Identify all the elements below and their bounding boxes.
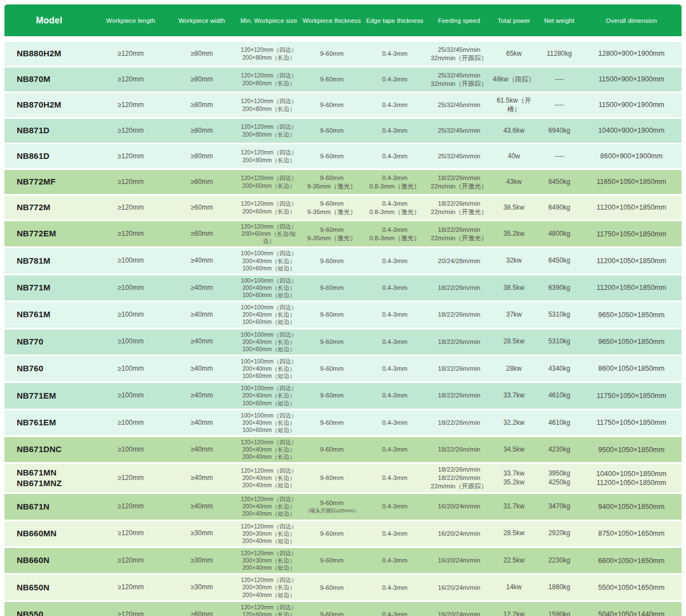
cell-line: 9-60mm [301,499,362,507]
cell-line: 18/22/26m/min [427,365,490,373]
cell-line: 9-60mm [301,530,362,538]
cell-line: 12.2kw [490,610,537,616]
cell-line: 0.4-3mm [362,75,427,84]
cell-min_workpiece_size: 100×100mm（四边）200×40mm（长边）100×60mm（短边） [236,331,302,353]
cell-workpiece_length: ≥120mm [94,529,167,538]
cell-line: 18/22/26m/min [427,200,490,208]
cell-total_power: 28.5kw [490,529,537,538]
cell-overall_dimension: 5040×1050×1440mm [581,610,682,616]
cell-model: NB781M [4,256,94,266]
cell-line: 200×30mm（长边） [236,557,302,564]
cell-line: 9-60mm [301,311,362,319]
cell-feeding_speed: 18/22/26m/min18/22/26m/min22m/min（开跟踪） [427,465,490,491]
cell-line: 9-60mm [301,174,362,182]
cell-workpiece_width: ≥30mm [168,556,236,565]
cell-line: NB660N [17,555,94,566]
cell-line: 0.4-3mm [362,391,427,400]
cell-line: 1860kg [537,583,581,592]
cell-line: ≥120mm [94,75,167,84]
cell-line: 4340kg [537,365,581,374]
cell-edge_tape_thickness: 0.4-3mm0.8-3mm（激光） [362,200,427,216]
cell-workpiece_length: ≥120mm [94,101,167,110]
cell-overall_dimension: 11650×1050×1850mm [581,177,682,186]
cell-line: 0.4-3mm [362,311,427,319]
cell-model: NB770 [4,337,94,347]
cell-model: NB650N [4,583,94,593]
cell-line: NB871D [17,125,94,136]
cell-line: 9-35mm（激光） [301,182,362,191]
cell-net_weight: 6940kg [537,127,581,135]
column-header-min_workpiece_size: Min. Workpiece size [236,17,302,24]
cell-line: NB870H2M [17,100,94,110]
cell-line: 100×100mm（四边） [236,304,302,311]
cell-line: 9500×1050×1850mm [581,445,682,454]
table-row: NB772M≥120mm≥60mm120×120mm（四边）200×60mm（长… [4,196,682,220]
cell-line: NB772EM [17,229,94,239]
cell-workpiece_thickness: 9-60mm [301,311,362,319]
cell-line: NB671MN [17,468,94,478]
cell-workpiece_thickness: 9-60mm [301,610,362,616]
cell-line: ≥40mm [168,419,236,428]
cell-total_power: 38.5kw [490,284,537,293]
cell-line: NB671MNZ [17,478,94,489]
cell-line: 120×120mm（四边） [236,223,302,230]
cell-line: 35.2kw [490,478,537,487]
cell-feeding_speed: 25/32/45m/min32m/min（开跟踪） [427,71,490,88]
cell-line: 200×40mm（短边） [236,564,302,571]
cell-line: 9-60mm [301,584,362,592]
cell-line: 0.4-3mm [362,50,427,58]
cell-net_weight: 4800kg [537,230,581,239]
cell-line: 37kw [490,311,537,319]
cell-line: 32.2kw [490,419,537,428]
cell-model: NB671N [4,502,94,512]
cell-line: 100×60mm（短边） [236,346,302,353]
cell-total_power: 33.7kw35.2kw [490,469,537,487]
cell-min_workpiece_size: 100×100mm（四边）200×40mm（长边）100×60mm（短边） [236,304,302,326]
cell-line: 2920kg [537,529,581,538]
cell-workpiece_thickness: 9-60mm [301,474,362,482]
cell-line: 25/32/45m/min [427,101,490,109]
cell-line: 9400×1050×1850mm [581,502,682,511]
cell-line: ≥120mm [94,529,167,538]
spec-table: ModelWorkpiece lengthWorkpiece widthMin.… [0,0,686,616]
cell-feeding_speed: 18/22/26m/min [427,311,490,319]
cell-line: 28kw [490,365,537,374]
cell-min_workpiece_size: 120×120mm（四边）200×30mm（长边）200×40mm（短边） [236,523,302,545]
cell-line: 9-60mm [301,226,362,234]
cell-line: ≥120mm [94,502,167,511]
table-row: NB671MNNB671MNZ≥120mm≥40mm120×120mm（四边）2… [4,464,682,492]
cell-line: 200×40mm（长边） [236,419,302,426]
cell-net_weight: 4610kg [537,391,581,400]
cell-line: 9-60mm [301,200,362,208]
cell-line: 9650×1050×1850mm [581,337,682,346]
table-body: NB880H2M≥120mm≥80mm120×120mm（四边）200×80mm… [4,42,682,616]
cell-workpiece_thickness: 9-60mm [301,445,362,454]
cell-edge_tape_thickness: 0.4-3mm [362,610,427,616]
cell-line: NB671DNC [17,444,94,455]
cell-model: NB772MF [4,177,94,187]
cell-model: NB671MNNB671MNZ [4,468,94,489]
cell-workpiece_thickness: 9-60mm [301,284,362,292]
cell-net_weight: 5310kg [537,337,581,346]
cell-line: 11280kg [537,50,581,59]
cell-net_weight: 1590kg [537,610,581,616]
cell-line: 31.7kw [490,502,537,511]
cell-line: 100×100mm（四边） [236,412,302,419]
table-row: NB870H2M≥120mm≥80mm120×120mm（四边）200×80mm… [4,93,682,117]
cell-min_workpiece_size: 120×120mm（四边）200×30mm（长边）200×40mm（短边） [236,576,302,598]
cell-feeding_speed: 16/20/24m/min [427,610,490,616]
cell-line: 11200×1050×1850mm [581,478,682,487]
cell-line: 0.4-3mm [362,530,427,538]
cell-line: 200×40mm（短边） [236,482,302,489]
cell-line: 200×40mm（长边） [236,258,302,265]
cell-line: 0.4-3mm [362,152,427,161]
cell-line: 9-60mm [301,391,362,400]
cell-workpiece_thickness: 9-60mm [301,75,362,84]
cell-feeding_speed: 18/22/26m/min [427,445,490,454]
cell-line: 100×60mm（短边） [236,372,302,380]
cell-overall_dimension: 9500×1050×1850mm [581,445,682,454]
cell-line: ≥120mm [94,152,167,161]
cell-min_workpiece_size: 120×120mm（四边）200×80mm（长边） [236,123,302,138]
cell-model: NB761EM [4,418,94,428]
cell-model: NB550 [4,609,94,616]
